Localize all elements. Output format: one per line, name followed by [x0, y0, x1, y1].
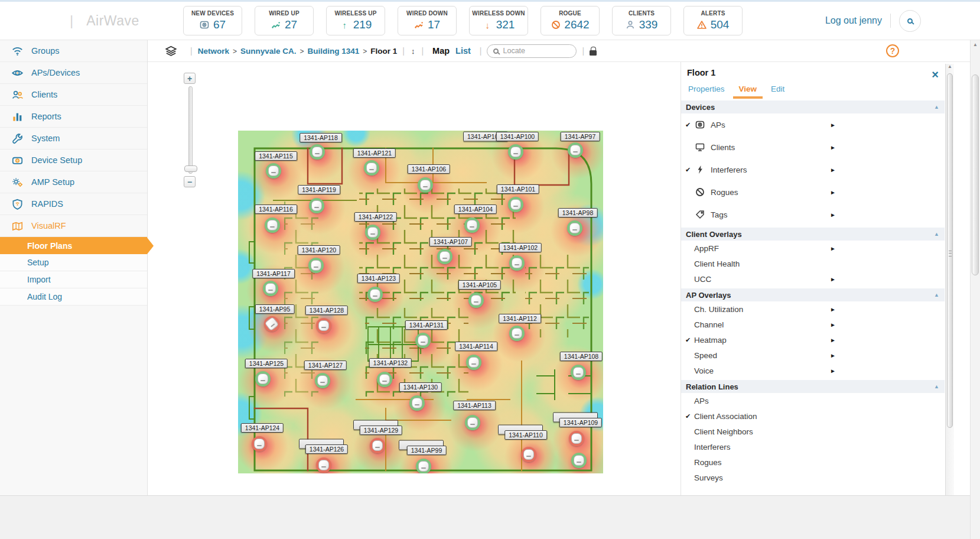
ap-device-1341-ap104[interactable]	[464, 217, 480, 233]
ap-device-1341-ap102[interactable]	[509, 255, 525, 271]
checkmark-icon[interactable]: ✔	[685, 336, 694, 344]
panel-row-client-association[interactable]: ✔Client Association	[681, 408, 945, 424]
sidebar-item-reports[interactable]: Reports	[0, 106, 147, 128]
panel-row-ch-utilization[interactable]: Ch. Utilization►	[681, 301, 945, 317]
ap-device-1341-ap122[interactable]	[365, 225, 380, 240]
checkmark-icon[interactable]: ✔	[685, 166, 694, 174]
ap-device-1341-ap95[interactable]	[264, 316, 279, 332]
ap-device-1341-ap112[interactable]	[509, 326, 525, 341]
page-scrollbar[interactable]: ▲	[970, 40, 980, 539]
ap-device-1341-ap109[interactable]	[569, 431, 584, 446]
sidebar-item-system[interactable]: System	[0, 128, 147, 150]
ap-device-1341-ap119[interactable]	[309, 198, 324, 213]
help-button[interactable]: ?	[886, 44, 899, 57]
ap-device-1341-ap128[interactable]	[316, 318, 331, 333]
ap-device-1341-ap99[interactable]	[416, 459, 431, 473]
ap-label-1341-ap109[interactable]: 1341-AP109	[559, 418, 602, 427]
ap-label-1341-ap98[interactable]: 1341-AP98	[558, 208, 598, 217]
ap-label-1341-ap132[interactable]: 1341-AP132	[369, 358, 412, 368]
expand-arrow-icon[interactable]: ►	[830, 352, 836, 359]
floorplan-heatmap[interactable]: 1341-AP1031341-AP1181341-AP1001341-AP971…	[238, 131, 603, 473]
ap-device-1341-ap117[interactable]	[263, 281, 278, 296]
map-view-toggle[interactable]: Map	[432, 46, 450, 56]
panel-row-speed[interactable]: Speed►	[681, 348, 945, 363]
panel-scrollbar[interactable]: ▲	[945, 64, 954, 495]
ap-device-1341-ap106[interactable]	[418, 177, 433, 193]
breadcrumb-network[interactable]: Network	[198, 47, 229, 56]
ap-label-1341-ap112[interactable]: 1341-AP112	[499, 314, 541, 323]
sidebar-item-rapids[interactable]: RAPIDS	[0, 193, 147, 215]
collapse-icon[interactable]: ▲	[934, 292, 939, 298]
ap-label-1341-ap120[interactable]: 1341-AP120	[298, 245, 340, 255]
panel-row-surveys[interactable]: Surveys	[681, 470, 945, 485]
panel-row-ucc[interactable]: UCC►	[681, 271, 945, 287]
ap-label-1341-ap129[interactable]: 1341-AP129	[360, 426, 402, 435]
ap-label-1341-ap102[interactable]: 1341-AP102	[499, 243, 542, 252]
panel-row-channel[interactable]: Channel►	[681, 317, 945, 332]
ap-label-1341-ap108[interactable]: 1341-AP108	[560, 352, 603, 361]
tab-edit[interactable]: Edit	[765, 81, 790, 99]
panel-row-apprf[interactable]: AppRF►	[681, 241, 945, 256]
ap-label-1341-ap99[interactable]: 1341-AP99	[407, 446, 447, 455]
panel-row-aps[interactable]: APs	[681, 393, 945, 408]
sidebar-item-visualrf[interactable]: VisualRF	[0, 215, 147, 237]
ap-label-1341-ap126[interactable]: 1341-AP126	[305, 444, 348, 454]
expand-arrow-icon[interactable]: ►	[830, 306, 836, 313]
ap-label-1341-ap97[interactable]: 1341-AP97	[561, 132, 600, 141]
ap-device-1341-ap132[interactable]	[377, 372, 392, 387]
section-header-client-overlays[interactable]: Client Overlays▲	[681, 228, 945, 241]
ap-device-1341-ap114[interactable]	[466, 355, 481, 370]
ap-device-1341-ap116[interactable]	[265, 217, 280, 233]
expand-arrow-icon[interactable]: ►	[830, 122, 836, 128]
list-view-toggle[interactable]: List	[455, 46, 471, 56]
ap-label-1341-ap123[interactable]: 1341-AP123	[357, 274, 400, 283]
locate-input[interactable]	[503, 47, 570, 55]
sidebar-item-groups[interactable]: Groups	[0, 40, 147, 62]
ap-label-1341-ap114[interactable]: 1341-AP114	[455, 342, 497, 351]
ap-label-1341-ap110[interactable]: 1341-AP110	[504, 430, 547, 440]
panel-row-voice[interactable]: Voice►	[681, 363, 945, 378]
stat-card-wireless-up[interactable]: WIRELESS UP↑219	[326, 6, 385, 35]
expand-arrow-icon[interactable]: ►	[830, 189, 836, 196]
ap-label-1341-ap106[interactable]: 1341-AP106	[408, 164, 450, 174]
sidebar-subitem-setup[interactable]: Setup	[0, 254, 147, 271]
ap-label-1341-ap101[interactable]: 1341-AP101	[497, 184, 539, 194]
ap-label-1341-ap128[interactable]: 1341-AP128	[305, 306, 348, 315]
zoom-in-button[interactable]: +	[184, 73, 196, 84]
ap-device-1341-ap115[interactable]	[266, 163, 281, 178]
ap-device-1341-ap108[interactable]	[571, 365, 586, 380]
section-header-relation-lines[interactable]: Relation Lines▲	[681, 380, 945, 393]
ap-label-1341-ap104[interactable]: 1341-AP104	[454, 204, 497, 214]
ap-label-1341-ap121[interactable]: 1341-AP121	[353, 148, 396, 158]
stat-card-clients[interactable]: CLIENTS339	[612, 6, 671, 35]
stat-card-wireless-down[interactable]: WIRELESS DOWN↓321	[469, 6, 528, 35]
ap-label-1341-ap122[interactable]: 1341-AP122	[354, 212, 397, 222]
breadcrumb-building-1341[interactable]: Building 1341	[307, 47, 359, 56]
ap-device-1341-ap100[interactable]	[508, 144, 523, 160]
checkmark-icon[interactable]: ✔	[685, 121, 694, 129]
sidebar-item-amp-setup[interactable]: AMP Setup	[0, 171, 147, 193]
ap-device-1341-ap98[interactable]	[567, 220, 582, 236]
search-button[interactable]	[899, 10, 921, 32]
section-header-devices[interactable]: Devices▲	[681, 100, 945, 113]
ap-label-1341-ap117[interactable]: 1341-AP117	[252, 269, 295, 278]
collapse-icon[interactable]: ▲	[934, 104, 939, 110]
expand-arrow-icon[interactable]: ►	[830, 322, 836, 328]
ap-label-1341-ap115[interactable]: 1341-AP115	[255, 151, 297, 161]
zoom-slider-handle[interactable]	[184, 165, 197, 172]
ap-label-1341-ap130[interactable]: 1341-AP130	[399, 382, 442, 392]
ap-device-1341-ap127[interactable]	[315, 373, 330, 388]
expand-arrow-icon[interactable]: ►	[830, 212, 836, 218]
stat-card-new-devices[interactable]: NEW DEVICES67	[183, 6, 242, 35]
ap-device-1341-ap97[interactable]	[568, 142, 583, 158]
page-scroll-up-icon[interactable]: ▲	[971, 40, 980, 47]
sidebar-subitem-floor-plans[interactable]: Floor Plans	[0, 237, 147, 254]
lock-icon[interactable]	[590, 50, 597, 56]
ap-device-1341-ap129[interactable]	[370, 438, 385, 453]
ap-label-1341-ap100[interactable]: 1341-AP100	[496, 132, 539, 141]
zoom-slider-track[interactable]	[188, 86, 193, 174]
stat-card-wired-up[interactable]: WIRED UP27	[255, 6, 314, 35]
panel-row-aps[interactable]: ✔APs►	[681, 113, 945, 136]
ap-device-1341-ap110[interactable]	[521, 447, 536, 462]
section-header-ap-overlays[interactable]: AP Overlays▲	[681, 288, 945, 301]
